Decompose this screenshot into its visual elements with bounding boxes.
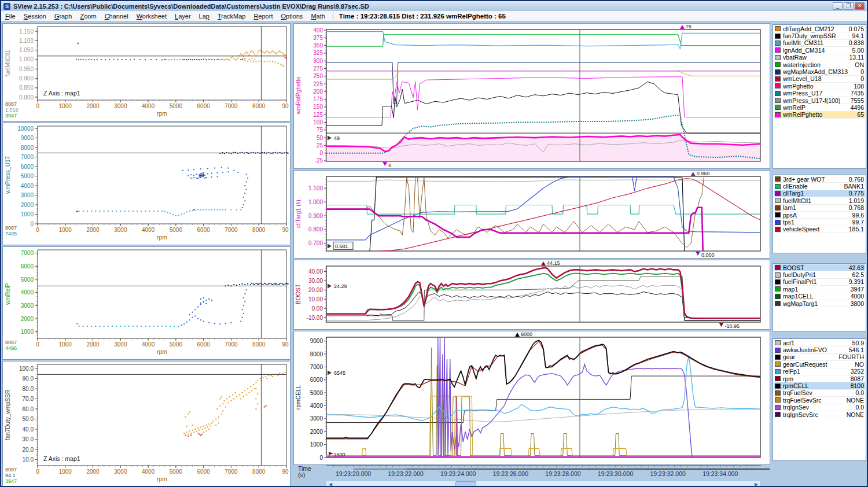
svg-text:6545: 6545 (334, 370, 345, 376)
channel-row-wgMapTarg1[interactable]: wgMapTarg13800 (774, 300, 865, 307)
channel-row-ppsA[interactable]: ppsA99.6 (774, 212, 865, 219)
channel-row-rpmCELL[interactable]: rpmCELL8100 (774, 382, 865, 389)
channel-row-relFp1[interactable]: relFp13252 (774, 368, 865, 375)
channel-value: 13.11 (849, 54, 865, 61)
channel-row-fuelMltCll1[interactable]: fuelMltCll11.019 (774, 197, 865, 204)
menu-zoom[interactable]: Zoom (76, 12, 100, 21)
svg-text:50: 50 (317, 135, 323, 141)
channel-row-BOOST[interactable]: BOOST42.63 (774, 264, 865, 271)
menu-layer[interactable]: Layer (171, 12, 195, 21)
channel-row-3rdgearWOT[interactable]: 3rd+ gear WOT0.768 (774, 176, 865, 183)
channel-row-wgMapMaxAddCM313[interactable]: wgMapMaxAdd_CM3130 (774, 68, 865, 75)
channel-row-cllEnable[interactable]: cllEnableBANK1 (774, 183, 865, 190)
channel-color-swatch (775, 220, 781, 225)
channel-row-wmPressU17f100[interactable]: wmPress_U17-f(100)7555 (774, 97, 865, 104)
xy-chart-fuelMltCll1[interactable]: 1.1501.1001.0501.0000.9500.9000.8500.800… (2, 23, 290, 121)
channel-row-cllTarg1[interactable]: cllTarg10.775 (774, 190, 865, 197)
window-title: SView 2.15.253 : C:\Users\Public\Documen… (13, 3, 369, 10)
channel-value: FOURTH (838, 353, 864, 360)
channel-name: fuelFinalPri1 (783, 278, 849, 285)
channel-color-swatch (775, 405, 781, 410)
svg-text:90: 90 (282, 341, 289, 348)
channel-value: 4000 (851, 293, 864, 300)
menu-session[interactable]: Session (20, 12, 50, 21)
ts-chart-BOOST[interactable]: 40.0030.0020.0010.000.00-10.0044.15-10.9… (293, 260, 770, 330)
svg-text:(s): (s) (298, 471, 305, 478)
channel-row-wmPghetto[interactable]: wmPghetto108 (774, 83, 865, 90)
channel-row-wmRelPghetto[interactable]: wmRelPghetto65 (774, 112, 865, 119)
scroll-right-arrow[interactable]: ▶ (752, 482, 760, 487)
menu-lap[interactable]: Lap (195, 12, 214, 21)
channel-row-map1CELL[interactable]: map1CELL4000 (774, 293, 865, 300)
scroll-track[interactable] (334, 481, 752, 487)
channel-row-cllTargAddCM212[interactable]: cllTargAdd_CM2120.075 (774, 25, 865, 32)
svg-text:40.00: 40.00 (308, 268, 323, 275)
channel-row-map1[interactable]: map13947 (774, 286, 865, 293)
channel-row-trqFuelSevSrc[interactable]: trqFuelSevSrcNONE (774, 397, 865, 404)
channel-row-vbatRaw[interactable]: vbatRaw13.11 (774, 54, 865, 61)
channel-row-fuelFinalPri1[interactable]: fuelFinalPri19.391 (774, 279, 865, 286)
channel-name: tps1 (783, 219, 852, 226)
svg-text:375: 375 (313, 35, 323, 41)
svg-text:80.0: 80.0 (23, 386, 34, 392)
xy-chart-wmRelP[interactable]: 7000600050004000300020001000010002000300… (2, 246, 290, 360)
channel-row-wmRelP[interactable]: wmRelP4496 (774, 104, 865, 111)
channel-color-swatch (775, 348, 781, 353)
xy-chart-wmPress_U17[interactable]: 1000090008000700060005000400030002000100… (2, 123, 290, 245)
channel-row-trqIgnSevSrc[interactable]: trqIgnSevSrcNONE (774, 411, 865, 418)
channel-row-tps1[interactable]: tps199.7 (774, 219, 865, 226)
maximize-button[interactable]: ❐ (844, 2, 854, 10)
ts-chart-wmRelPghetto[interactable]: 4003753503253002752502252001751501251007… (293, 23, 770, 169)
channel-row-wmLevelU18[interactable]: wmLevel_U180 (774, 76, 865, 83)
menu-graph[interactable]: Graph (50, 12, 76, 21)
svg-text:100.0: 100.0 (19, 366, 34, 372)
svg-text:7000: 7000 (225, 341, 238, 348)
ts-chart-rpmCELL[interactable]: 9000800070006000500040003000200010000900… (293, 331, 770, 465)
menu-math[interactable]: Math (307, 12, 329, 21)
menu-report[interactable]: Report (249, 12, 277, 21)
channel-name: BOOST (783, 264, 849, 271)
channel-row-vehicleSpeed[interactable]: vehicleSpeed185.1 (774, 226, 865, 233)
channel-row-wmPressU17[interactable]: wmPress_U177435 (774, 90, 865, 97)
channel-row-awkwJustinEVO[interactable]: awkwJustinEVO546.1 (774, 346, 865, 353)
svg-text:3947: 3947 (5, 113, 17, 119)
channel-row-rpm[interactable]: rpm8087 (774, 375, 865, 382)
menu-channel[interactable]: Channel (101, 12, 133, 21)
close-button[interactable]: ✕ (855, 2, 865, 10)
menu-file[interactable]: File (1, 12, 20, 21)
channel-value: 3947 (851, 286, 864, 293)
scroll-left-arrow[interactable]: ◀ (326, 482, 334, 487)
xy-chart-fan7Duty_wmpSSR[interactable]: 100.090.080.070.060.050.040.030.020.010.… (2, 361, 290, 487)
svg-text:0.960: 0.960 (697, 171, 710, 176)
time-scrollbar[interactable]: ◀▶ (326, 480, 761, 487)
channel-row-fuelDutyPri1[interactable]: fuelDutyPri162.5 (774, 271, 865, 278)
channel-name: gearCutRequest (783, 361, 855, 368)
channel-row-trqIgnSev[interactable]: trqIgnSev0.0 (774, 404, 865, 411)
menu-worksheet[interactable]: Worksheet (133, 12, 171, 21)
channel-color-swatch (775, 62, 781, 67)
channel-name: rpmCELL (783, 382, 851, 389)
menu-trackmap[interactable]: TrackMap (214, 12, 250, 21)
channel-name: fuelMltCll1 (783, 197, 849, 204)
minimize-button[interactable]: _ (833, 2, 843, 10)
menu-options[interactable]: Options (277, 12, 307, 21)
channel-row-lam1[interactable]: lam10.768 (774, 205, 865, 212)
channel-row-ignAddCM314[interactable]: ignAdd_CM3145.00 (774, 47, 865, 54)
channel-color-swatch (775, 286, 781, 292)
channel-row-fan7DutywmpSSR[interactable]: fan7Duty_wmpSSR94.1 (774, 32, 865, 39)
svg-text:5000: 5000 (170, 103, 183, 109)
channel-row-trqFuelSev[interactable]: trqFuelSev0.0 (774, 390, 865, 397)
ts-chart-cllTarg1[interactable]: 1.1001.0000.9000.8000.7000.9600.0000.681… (293, 170, 770, 259)
channel-value: 4496 (851, 104, 864, 111)
channel-row-gearCutRequest[interactable]: gearCutRequestNO (774, 361, 865, 368)
svg-text:6000: 6000 (21, 263, 34, 270)
channel-row-gear[interactable]: gearFOURTH (774, 354, 865, 361)
channel-row-fuelMltCM311[interactable]: fuelMlt_CM3110.838 (774, 40, 865, 47)
channel-row-act1[interactable]: act150.9 (774, 340, 865, 346)
svg-text:0.000: 0.000 (701, 252, 715, 258)
channel-value: 65 (857, 111, 864, 118)
channel-row-waterInjection[interactable]: waterInjectionON (774, 61, 865, 68)
channel-name: map1 (783, 286, 851, 293)
svg-text:5000: 5000 (170, 227, 183, 233)
scroll-thumb[interactable] (455, 481, 476, 487)
